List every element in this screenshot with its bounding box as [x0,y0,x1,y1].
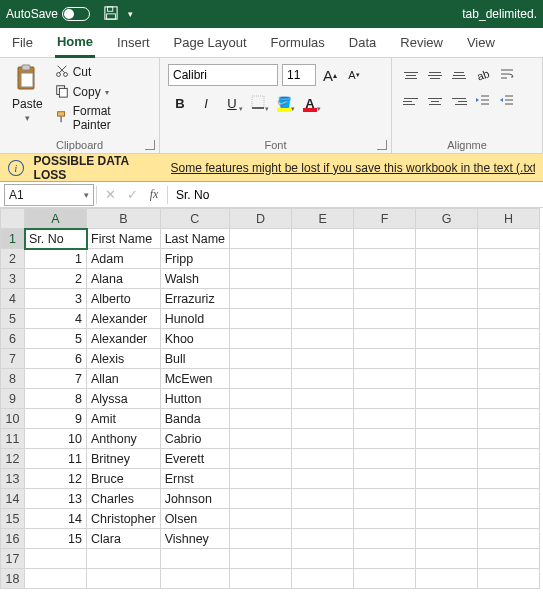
cell[interactable] [478,569,540,589]
cell[interactable]: Bull [160,349,229,369]
cell[interactable]: Last Name [160,229,229,249]
cell[interactable] [230,309,292,329]
cell[interactable] [354,509,416,529]
cell[interactable] [354,349,416,369]
row-header[interactable]: 1 [1,229,25,249]
cell[interactable]: 4 [25,309,87,329]
cell[interactable] [478,469,540,489]
cell[interactable] [478,349,540,369]
cell[interactable]: Alexander [87,329,161,349]
cell[interactable] [416,369,478,389]
cell[interactable]: McEwen [160,369,229,389]
cell[interactable] [478,329,540,349]
cell[interactable]: Olsen [160,509,229,529]
row-header[interactable]: 14 [1,489,25,509]
enter-formula-button[interactable]: ✓ [121,184,143,206]
cell[interactable] [160,549,229,569]
cell[interactable] [478,529,540,549]
cell[interactable] [416,229,478,249]
tab-file[interactable]: File [10,29,35,56]
row-header[interactable]: 9 [1,389,25,409]
row-header[interactable]: 7 [1,349,25,369]
column-header[interactable]: D [230,209,292,229]
row-header[interactable]: 17 [1,549,25,569]
cell[interactable] [478,249,540,269]
cell[interactable] [416,489,478,509]
row-header[interactable]: 16 [1,529,25,549]
cell[interactable] [230,449,292,469]
paste-button[interactable]: Paste ▾ [8,62,47,134]
cell[interactable]: Amit [87,409,161,429]
fill-color-button[interactable]: 🪣▾ [272,92,296,114]
cell[interactable]: Anthony [87,429,161,449]
increase-indent-button[interactable] [496,90,518,112]
cell[interactable] [292,349,354,369]
cell[interactable]: Errazuriz [160,289,229,309]
border-button[interactable]: ▾ [246,92,270,114]
row-header[interactable]: 2 [1,249,25,269]
cell[interactable] [354,309,416,329]
cell[interactable] [354,389,416,409]
cell[interactable] [292,549,354,569]
cell[interactable] [478,509,540,529]
column-header[interactable]: G [416,209,478,229]
cell[interactable] [354,569,416,589]
cell[interactable] [230,269,292,289]
cell[interactable] [478,429,540,449]
cut-button[interactable]: Cut [53,63,151,82]
cell[interactable] [416,289,478,309]
orientation-button[interactable]: ab [472,64,494,86]
dialog-launcher-icon[interactable] [377,140,387,150]
cell[interactable] [478,449,540,469]
row-header[interactable]: 8 [1,369,25,389]
cell[interactable] [416,329,478,349]
align-top-button[interactable] [400,64,422,86]
tab-review[interactable]: Review [398,29,445,56]
save-icon[interactable] [104,6,118,23]
cell[interactable]: Charles [87,489,161,509]
cell[interactable] [478,269,540,289]
cell[interactable] [354,289,416,309]
cell[interactable] [230,249,292,269]
italic-button[interactable]: I [194,92,218,114]
cell[interactable] [230,369,292,389]
column-header[interactable]: C [160,209,229,229]
cell[interactable]: Adam [87,249,161,269]
cell[interactable] [354,369,416,389]
cell[interactable] [416,529,478,549]
cell[interactable] [354,449,416,469]
message-link[interactable]: Some features might be lost if you save … [171,161,535,175]
cell[interactable]: Fripp [160,249,229,269]
cell[interactable] [230,569,292,589]
cell[interactable]: Alexis [87,349,161,369]
cell[interactable]: Johnson [160,489,229,509]
cell[interactable] [292,509,354,529]
cell[interactable]: 5 [25,329,87,349]
cell[interactable]: 10 [25,429,87,449]
dialog-launcher-icon[interactable] [145,140,155,150]
cell[interactable] [230,429,292,449]
cell[interactable] [292,309,354,329]
align-left-button[interactable] [400,90,422,112]
cell[interactable] [478,389,540,409]
cell[interactable] [416,409,478,429]
column-header[interactable]: A [25,209,87,229]
cell[interactable] [416,549,478,569]
row-header[interactable]: 12 [1,449,25,469]
decrease-font-button[interactable]: A▾ [344,64,364,86]
tab-data[interactable]: Data [347,29,378,56]
tab-formulas[interactable]: Formulas [269,29,327,56]
cell[interactable]: Khoo [160,329,229,349]
row-header[interactable]: 18 [1,569,25,589]
cell[interactable] [292,469,354,489]
cell[interactable] [230,409,292,429]
cell[interactable]: Britney [87,449,161,469]
cell[interactable] [292,489,354,509]
insert-function-button[interactable]: fx [143,184,165,206]
cell[interactable] [354,529,416,549]
cell[interactable] [25,549,87,569]
cell[interactable] [478,229,540,249]
tab-insert[interactable]: Insert [115,29,152,56]
qat-dropdown-icon[interactable]: ▾ [128,9,133,19]
column-header[interactable]: E [292,209,354,229]
